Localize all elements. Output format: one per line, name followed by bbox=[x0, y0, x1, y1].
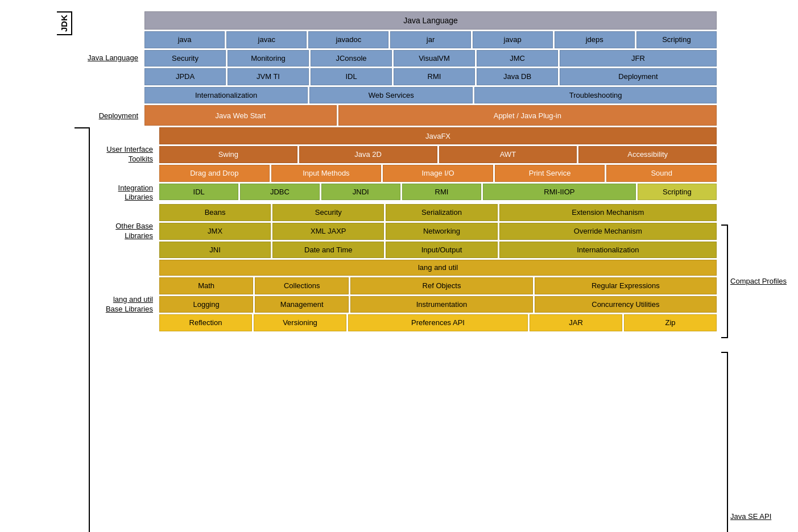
java-language-header: Java Language bbox=[144, 11, 717, 30]
cell-java2d: Java 2D bbox=[299, 146, 437, 163]
cell-awt: AWT bbox=[439, 146, 577, 163]
cell-jar: JAR bbox=[530, 314, 622, 331]
cell-inputmethods: Input Methods bbox=[271, 165, 382, 182]
cell-jconsole: JConsole bbox=[311, 50, 392, 67]
cell-math: Math bbox=[159, 277, 253, 294]
cell-rmi-int: RMI bbox=[402, 184, 481, 201]
cell-imageio: Image I/O bbox=[383, 165, 493, 182]
cell-swing: Swing bbox=[159, 146, 297, 163]
cell-internationalization-tools: Internationalization bbox=[144, 87, 308, 104]
cell-override: Override Mechanism bbox=[499, 223, 717, 240]
cell-javac: javac bbox=[226, 31, 307, 48]
cell-jvmti: JVM TI bbox=[228, 68, 309, 85]
cell-javadb: Java DB bbox=[477, 68, 558, 85]
cell-scripting-tools: Scripting bbox=[636, 31, 717, 48]
cell-serialization: Serialization bbox=[386, 204, 497, 221]
cell-java: java bbox=[144, 31, 225, 48]
cell-jpda: JPDA bbox=[144, 68, 226, 85]
cell-extension: Extension Mechanism bbox=[499, 204, 717, 221]
compact-profiles-label: Compact Profiles bbox=[730, 277, 787, 286]
ui-toolkits-label: User InterfaceToolkits bbox=[92, 127, 158, 181]
cell-refobjects: Ref Objects bbox=[350, 277, 532, 294]
cell-security-base: Security bbox=[272, 204, 384, 221]
cell-langutil-header: lang and util bbox=[159, 260, 717, 276]
cell-inputoutput: Input/Output bbox=[386, 242, 497, 259]
cell-security-tools: Security bbox=[144, 50, 226, 67]
cell-printservice: Print Service bbox=[495, 165, 605, 182]
deployment-label: Deployment bbox=[75, 105, 143, 126]
cell-xmljaxp: XML JAXP bbox=[272, 223, 384, 240]
cell-visualvm: VisualVM bbox=[394, 50, 475, 67]
cell-javadoc: javadoc bbox=[308, 31, 388, 48]
cell-zip: Zip bbox=[624, 314, 717, 331]
cell-jmx: JMX bbox=[159, 223, 271, 240]
cell-javawebstart: Java Web Start bbox=[144, 105, 337, 126]
cell-scripting-int: Scripting bbox=[638, 184, 717, 201]
cell-preferencesapi: Preferences API bbox=[348, 314, 528, 331]
cell-rmiiiop: RMI-IIOP bbox=[483, 184, 636, 201]
cell-idl-int: IDL bbox=[159, 184, 238, 201]
cell-jar: jar bbox=[390, 31, 470, 48]
cell-javafx: JavaFX bbox=[159, 127, 717, 144]
cell-draganddrop: Drag and Drop bbox=[159, 165, 270, 182]
cell-jni: JNI bbox=[159, 242, 271, 259]
cell-collections: Collections bbox=[255, 277, 349, 294]
integration-label: IntegrationLibraries bbox=[92, 184, 158, 203]
cell-jdbc: JDBC bbox=[240, 184, 319, 201]
cell-jmc: JMC bbox=[477, 50, 558, 67]
cell-jfr: JFR bbox=[560, 50, 717, 67]
cell-instrumentation: Instrumentation bbox=[350, 296, 532, 313]
other-base-label: Other BaseLibraries bbox=[92, 204, 158, 258]
cell-applet: Applet / Java Plug-in bbox=[338, 105, 717, 126]
cell-webservices: Web Services bbox=[309, 87, 473, 104]
cell-rmi-tools: RMI bbox=[394, 68, 475, 85]
cell-monitoring: Monitoring bbox=[228, 50, 309, 67]
cell-versioning: Versioning bbox=[254, 314, 346, 331]
cell-regex: Regular Expressions bbox=[535, 277, 717, 294]
cell-datetime: Date and Time bbox=[272, 242, 384, 259]
java-se-api-label: Java SE API bbox=[730, 512, 771, 522]
lang-util-label: lang and utilBase Libraries bbox=[92, 277, 158, 331]
cell-sound: Sound bbox=[606, 165, 717, 182]
cell-networking: Networking bbox=[386, 223, 497, 240]
cell-deployment-tools: Deployment bbox=[560, 68, 717, 85]
java-language-label: Java Language bbox=[75, 11, 143, 103]
cell-troubleshooting: Troubleshooting bbox=[474, 87, 717, 104]
cell-jdeps: jdeps bbox=[555, 31, 635, 48]
cell-concurrency: Concurrency Utilities bbox=[535, 296, 717, 313]
cell-logging: Logging bbox=[159, 296, 253, 313]
cell-beans: Beans bbox=[159, 204, 271, 221]
jre-label: JRE bbox=[75, 127, 90, 532]
cell-management: Management bbox=[255, 296, 349, 313]
cell-jndi: JNDI bbox=[321, 184, 400, 201]
cell-i18n-base: Internationalization bbox=[499, 242, 717, 259]
cell-idl-tools: IDL bbox=[311, 68, 392, 85]
cell-javap: javap bbox=[473, 31, 553, 48]
jdk-label: JDK bbox=[57, 11, 72, 35]
cell-accessibility: Accessibility bbox=[578, 146, 717, 163]
cell-reflection: Reflection bbox=[159, 314, 252, 331]
